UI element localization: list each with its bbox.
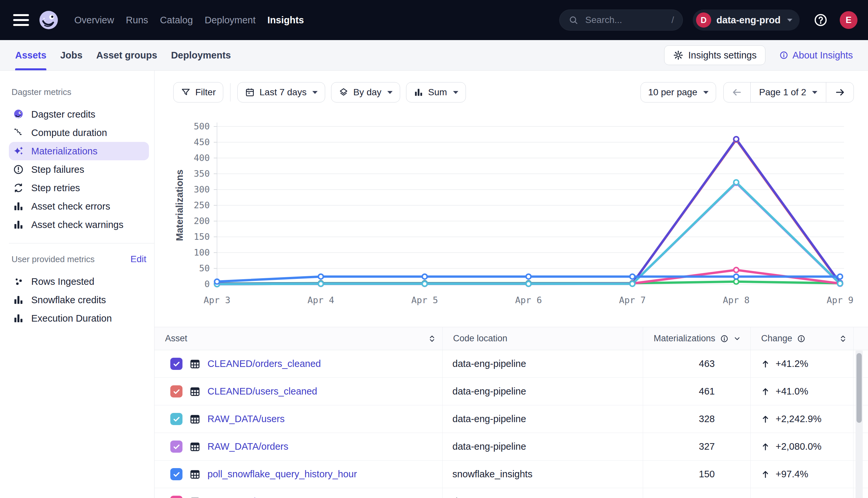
sidebar-item-materializations[interactable]: Materializations — [9, 142, 149, 160]
svg-text:150: 150 — [194, 232, 210, 242]
edit-metrics-link[interactable]: Edit — [130, 254, 146, 264]
check-icon — [172, 470, 181, 479]
materializations-cell: 327 — [643, 433, 750, 460]
materializations-cell: 328 — [643, 405, 750, 433]
sidebar-item-execution-duration[interactable]: Execution Duration — [9, 309, 149, 328]
table-scrollbar-thumb[interactable] — [856, 353, 862, 423]
arrowup-icon — [761, 386, 770, 396]
nav-item-overview[interactable]: Overview — [74, 15, 114, 26]
insights-tabs: AssetsJobsAsset groupsDeployments — [15, 40, 231, 70]
insights-content: Filter Last 7 days By day Sum — [154, 70, 868, 498]
nav-item-runs[interactable]: Runs — [126, 15, 148, 26]
chart-toolbar: Filter Last 7 days By day Sum — [173, 82, 854, 103]
table-row: CLEANED/users_cleaned data-eng-pipeline … — [154, 378, 868, 405]
calendar-icon — [245, 87, 255, 97]
search-input[interactable] — [585, 14, 665, 26]
next-page-button[interactable] — [826, 82, 854, 102]
asset-link[interactable]: RAW_DATA/users — [207, 414, 285, 424]
info-icon — [797, 335, 805, 343]
row-checkbox[interactable] — [170, 441, 182, 453]
column-header-change[interactable]: Change — [750, 327, 853, 350]
column-header-materializations[interactable]: Materializations — [643, 327, 750, 350]
alert-icon — [13, 164, 24, 175]
svg-text:250: 250 — [194, 200, 210, 210]
group-by-button[interactable]: By day — [331, 82, 400, 103]
search-box[interactable]: / — [559, 10, 683, 30]
asset-link[interactable]: CLEANED/users_cleaned — [207, 386, 317, 397]
grid-icon — [189, 496, 201, 498]
sparkle-icon — [13, 145, 24, 157]
arrow-right-icon — [834, 87, 846, 98]
sidebar-item-dagster-credits[interactable]: Dagster credits — [9, 105, 149, 123]
sidebar-item-snowflake-credits[interactable]: Snowflake credits — [9, 291, 149, 309]
about-insights-link[interactable]: About Insights — [779, 50, 853, 61]
sidebar-item-compute-duration[interactable]: Compute duration — [9, 123, 149, 142]
org-switcher[interactable]: D data-eng-prod — [693, 10, 800, 30]
hamburger-menu-icon[interactable] — [13, 14, 29, 26]
change-cell: +97.4% — [750, 461, 853, 488]
bars-icon — [13, 313, 24, 324]
tab-jobs[interactable]: Jobs — [60, 40, 82, 70]
grid-icon — [189, 386, 201, 397]
grid-icon — [189, 413, 201, 425]
nav-item-catalog[interactable]: Catalog — [160, 15, 193, 26]
filter-button[interactable]: Filter — [173, 82, 223, 103]
nav-item-insights[interactable]: Insights — [267, 15, 304, 26]
sidebar-item-asset-check-warnings[interactable]: Asset check warnings — [9, 215, 149, 234]
sidebar-item-rows-ingested[interactable]: Rows Ingested — [9, 272, 149, 291]
sidebar-item-asset-check-errors[interactable]: Asset check errors — [9, 197, 149, 215]
tab-asset-groups[interactable]: Asset groups — [96, 40, 157, 70]
check-icon — [172, 360, 181, 368]
metrics-sidebar: Dagster metrics Dagster creditsCompute d… — [0, 70, 154, 498]
prev-page-button[interactable] — [724, 82, 751, 102]
asset-link[interactable]: RAW_DATA/orders — [207, 441, 288, 452]
tab-deployments[interactable]: Deployments — [171, 40, 231, 70]
code-location-cell: data-eng-pipeline — [442, 433, 643, 460]
tab-assets[interactable]: Assets — [15, 40, 46, 70]
code-location-cell: snowflake_insights — [442, 461, 643, 488]
bars-icon — [13, 219, 24, 230]
time-range-button[interactable]: Last 7 days — [238, 82, 325, 103]
sort-icon — [428, 335, 436, 343]
row-checkbox[interactable] — [170, 496, 182, 498]
asset-link[interactable]: CLEANED/orders_cleaned — [207, 358, 321, 369]
page-indicator-button[interactable]: Page 1 of 2 — [751, 82, 826, 102]
nav-item-deployment[interactable]: Deployment — [205, 15, 256, 26]
materializations-cell: 47 — [643, 488, 750, 498]
sidebar-divider — [9, 243, 154, 244]
column-header-asset[interactable]: Asset — [154, 327, 442, 350]
sidebar-item-step-failures[interactable]: Step failures — [9, 160, 149, 179]
svg-text:350: 350 — [194, 169, 210, 179]
code-location-cell: data-eng-pipeline — [442, 378, 643, 405]
svg-text:450: 450 — [194, 137, 210, 147]
aggregate-button[interactable]: Sum — [406, 82, 466, 103]
code-location-cell: data-eng-pipeline — [442, 350, 643, 378]
svg-text:400: 400 — [194, 153, 210, 163]
insights-settings-button[interactable]: Insights settings — [664, 45, 765, 65]
change-cell: +2,242.9% — [750, 405, 853, 433]
avatar[interactable]: E — [840, 11, 857, 29]
org-badge: D — [696, 12, 711, 28]
row-checkbox[interactable] — [170, 468, 182, 480]
asset-link[interactable]: poll_snowflake_query_history_hour — [207, 469, 357, 480]
search-icon — [568, 15, 579, 25]
bar-chart-icon — [413, 87, 423, 97]
grid-icon — [189, 469, 201, 480]
svg-text:Apr 4: Apr 4 — [307, 295, 334, 305]
caret-down-icon — [387, 91, 393, 94]
arrowup-icon — [761, 469, 770, 479]
table-scrollbar-track[interactable] — [855, 351, 863, 498]
row-checkbox[interactable] — [170, 413, 182, 425]
sidebar-item-step-retries[interactable]: Step retries — [9, 179, 149, 197]
check-icon — [172, 415, 181, 423]
help-icon[interactable] — [814, 13, 828, 27]
steps-icon — [13, 127, 24, 138]
chevdown-icon — [733, 335, 741, 343]
code-location-cell: data-eng-pipeline — [442, 405, 643, 433]
row-checkbox[interactable] — [170, 385, 182, 397]
asset-link[interactable]: CLEANED/… — [207, 496, 265, 498]
arrowup-icon — [761, 414, 770, 424]
dagster-logo-icon[interactable] — [38, 10, 59, 30]
row-checkbox[interactable] — [170, 358, 182, 370]
per-page-button[interactable]: 10 per page — [640, 82, 716, 103]
